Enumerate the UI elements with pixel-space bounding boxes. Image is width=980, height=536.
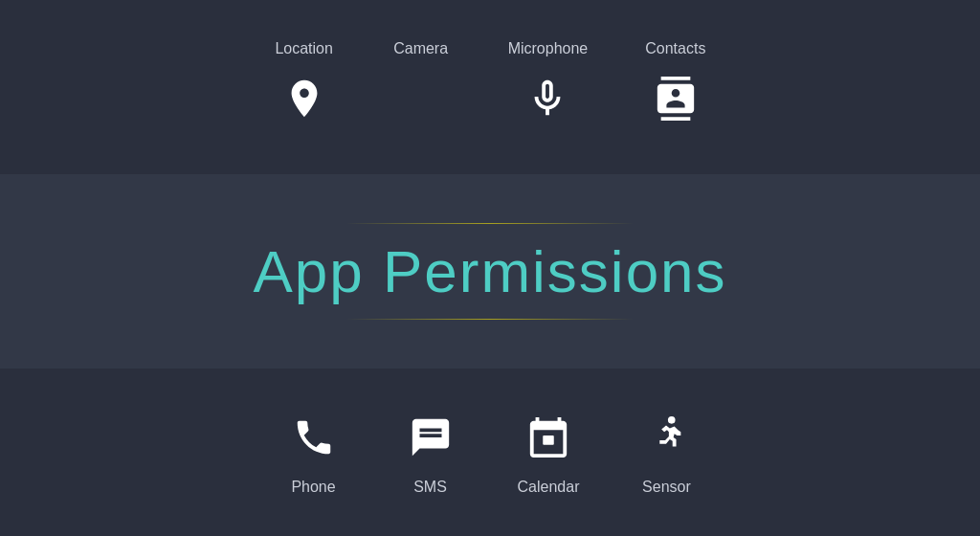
location-label: Location — [275, 40, 333, 57]
location-icon-container — [275, 69, 334, 128]
phone-icon — [292, 415, 336, 459]
permission-phone[interactable]: Phone — [284, 408, 344, 496]
sms-label: SMS — [413, 479, 447, 496]
microphone-icon-container — [518, 69, 577, 128]
app-permissions-title: App Permissions — [253, 237, 726, 305]
sms-icon-container — [401, 408, 460, 467]
calendar-label: Calendar — [518, 479, 580, 496]
location-icon — [282, 77, 326, 121]
phone-label: Phone — [291, 479, 335, 496]
svg-point-3 — [435, 437, 439, 441]
calendar-icon — [526, 415, 570, 459]
top-permission-grid: Location Camera Microphone — [275, 40, 706, 128]
sms-icon — [409, 415, 453, 459]
bottom-section: Phone SMS Calendar — [0, 368, 980, 536]
calendar-icon-container — [519, 408, 578, 467]
permission-calendar[interactable]: Calendar — [518, 408, 580, 496]
middle-section: App Permissions — [0, 174, 980, 368]
phone-icon-container — [284, 408, 344, 467]
permission-camera[interactable]: Camera — [391, 40, 451, 128]
permission-contacts[interactable]: Contacts — [645, 40, 705, 128]
camera-label: Camera — [393, 40, 448, 57]
camera-icon-container — [391, 69, 451, 128]
contacts-icon-container — [646, 69, 705, 128]
permission-location[interactable]: Location — [275, 40, 334, 128]
top-section: Location Camera Microphone — [0, 0, 980, 174]
permission-sms[interactable]: SMS — [401, 408, 460, 496]
contacts-icon — [654, 77, 698, 121]
svg-point-2 — [429, 437, 433, 441]
microphone-label: Microphone — [508, 40, 589, 57]
svg-rect-4 — [543, 436, 554, 445]
bottom-divider — [346, 319, 634, 320]
contacts-label: Contacts — [645, 40, 705, 57]
sensor-running-icon — [644, 415, 688, 459]
bottom-permission-grid: Phone SMS Calendar — [284, 408, 697, 496]
svg-point-1 — [421, 437, 425, 441]
top-divider — [346, 223, 634, 224]
sensor-label: Sensor — [642, 479, 691, 496]
permission-sensor[interactable]: Sensor — [636, 408, 696, 496]
microphone-icon — [525, 77, 569, 121]
sensor-icon-container — [636, 408, 696, 467]
svg-point-5 — [668, 416, 676, 424]
permission-microphone[interactable]: Microphone — [508, 40, 589, 128]
